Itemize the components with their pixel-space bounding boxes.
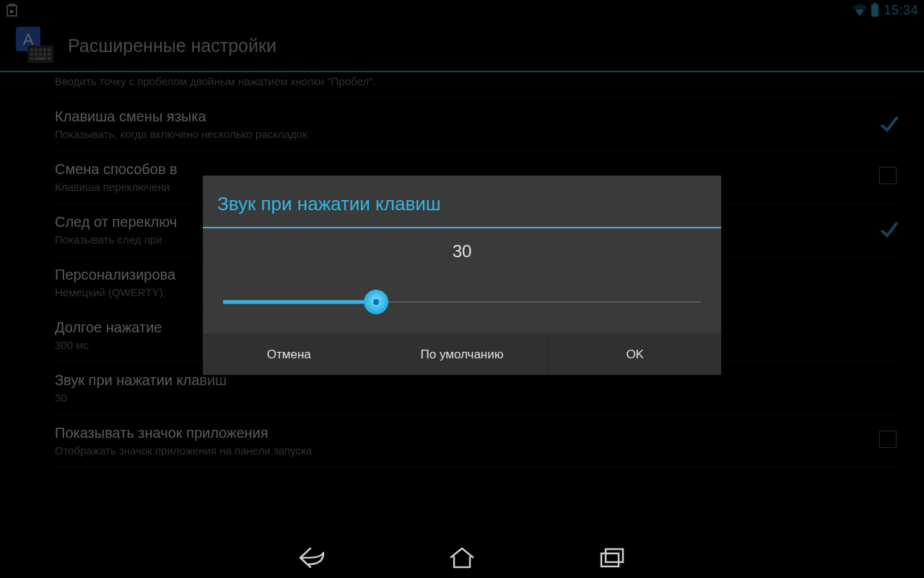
- svg-rect-19: [606, 549, 623, 562]
- dialog-button-row: Отмена По умолчанию OK: [203, 334, 721, 375]
- dialog-body: 30: [203, 228, 721, 334]
- keypress-sound-dialog: Звук при нажатии клавиш 30 Отмена По умо…: [203, 176, 721, 375]
- dialog-title: Звук при нажатии клавиш: [203, 176, 721, 228]
- svg-rect-18: [601, 553, 619, 566]
- cancel-button[interactable]: Отмена: [203, 335, 376, 375]
- default-button[interactable]: По умолчанию: [376, 335, 549, 375]
- home-button[interactable]: [445, 540, 479, 575]
- back-button[interactable]: [295, 540, 329, 575]
- volume-slider[interactable]: [223, 288, 701, 316]
- slider-thumb[interactable]: [364, 290, 388, 314]
- slider-value-readout: 30: [223, 241, 701, 262]
- recent-apps-button[interactable]: [595, 540, 629, 575]
- ok-button[interactable]: OK: [549, 335, 721, 375]
- slider-track-active: [223, 301, 376, 304]
- system-nav-bar: [0, 538, 924, 578]
